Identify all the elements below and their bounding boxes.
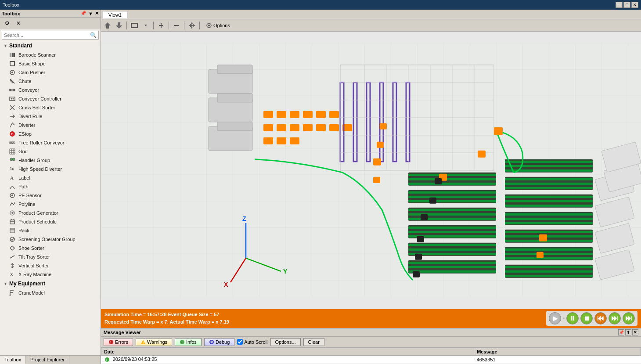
svg-text:i: i: [106, 358, 107, 362]
svg-rect-101: [505, 161, 593, 163]
close-button[interactable]: ✕: [631, 2, 638, 8]
view-tab-view1[interactable]: View1: [103, 11, 127, 18]
toolbox-scroll: Standard Barcode Scanner Basic Shape Cam…: [0, 41, 101, 355]
toolbox-item-cam-pusher[interactable]: Cam Pusher: [0, 68, 101, 77]
toolbar-btn-dropdown[interactable]: [141, 21, 151, 30]
toolbox-item-high-speed-diverter[interactable]: High Speed Diverter: [0, 165, 101, 173]
toolbox-menu-icon[interactable]: ▼: [88, 11, 93, 16]
toolbox-item-grid[interactable]: Grid: [0, 147, 101, 156]
svg-rect-41: [217, 122, 252, 131]
toolbox-icon-btn-1[interactable]: ⚙: [3, 19, 11, 28]
toolbar-btn-rectangle[interactable]: [130, 21, 139, 30]
svg-text:X: X: [10, 272, 13, 277]
toolbox-item-product-generator[interactable]: Product Generator: [0, 209, 101, 217]
search-input[interactable]: [4, 32, 90, 38]
toolbox-section-standard[interactable]: Standard: [0, 41, 101, 50]
toolbox-close-icon[interactable]: ✕: [95, 11, 99, 16]
auto-scroll-checkbox-label[interactable]: Auto Scroll: [237, 339, 267, 345]
errors-button[interactable]: ! Errors: [104, 338, 133, 346]
mv-ctrl-pin[interactable]: 📌: [618, 329, 624, 335]
sim-rewind-button[interactable]: ⏮: [594, 312, 607, 324]
toolbox-item-basic-shape[interactable]: Basic Shape: [0, 59, 101, 68]
toolbar-btn-2[interactable]: [114, 21, 124, 30]
toolbox-item-handler-group[interactable]: Handler Group: [0, 156, 101, 165]
minimize-button[interactable]: ─: [616, 2, 623, 8]
estop-icon: E: [9, 130, 16, 137]
svg-rect-85: [408, 209, 496, 211]
toolbox-item-rack[interactable]: Rack: [0, 226, 101, 235]
xray-machine-label: X-Ray Machine: [18, 272, 51, 277]
svg-rect-123: [505, 257, 593, 259]
sim-play-button[interactable]: ▶: [549, 312, 561, 324]
toolbox-item-conveyor[interactable]: Conveyor: [0, 86, 101, 94]
toolbox-item-cross-belt-sorter[interactable]: Cross Belt Sorter: [0, 103, 101, 112]
toolbox-item-estop[interactable]: E EStop: [0, 130, 101, 138]
vertical-sorter-label: Vertical Sorter: [18, 263, 49, 268]
tilt-tray-sorter-icon: [9, 253, 16, 260]
toolbox-item-diverter[interactable]: Diverter: [0, 121, 101, 130]
svg-rect-131: [373, 159, 381, 166]
cam-pusher-icon: [9, 69, 16, 76]
svg-rect-102: [505, 165, 593, 167]
options-button[interactable]: Options...: [270, 338, 301, 346]
toolbox-item-label[interactable]: A Label: [0, 173, 101, 182]
svg-rect-57: [290, 137, 299, 144]
vertical-sorter-icon: [9, 262, 16, 269]
toolbox-section-my-equipment[interactable]: My Equipment: [0, 279, 101, 288]
message-table: Date Message i 2020/09/23 04:53:25 46533…: [101, 348, 641, 364]
toolbar-btn-1[interactable]: [103, 21, 112, 30]
divert-rule-label: Divert Rule: [18, 114, 42, 119]
toolbox-item-screening-operator-group[interactable]: Screening Operator Group: [0, 235, 101, 244]
toolbox-item-crane-model[interactable]: CraneModel: [0, 288, 101, 297]
toolbox-item-polyline[interactable]: Polyline: [0, 200, 101, 209]
toolbox-item-xray-machine[interactable]: X X-Ray Machine: [0, 270, 101, 279]
svg-rect-50: [290, 124, 299, 131]
sim-back-button[interactable]: ⏭: [609, 312, 621, 324]
svg-rect-79: [408, 183, 496, 185]
sim-forward-button[interactable]: ⏭: [623, 312, 635, 324]
toolbar-btn-zoom-out[interactable]: [172, 21, 181, 30]
toolbox-item-vertical-sorter[interactable]: Vertical Sorter: [0, 261, 101, 270]
maximize-button[interactable]: □: [623, 2, 630, 8]
conveyor-icon: [9, 86, 16, 94]
toolbar-options-btn[interactable]: Options: [202, 22, 234, 29]
tab-toolbox[interactable]: Toolbox: [0, 356, 26, 364]
toolbox-item-shoe-sorter[interactable]: Shoe Sorter: [0, 244, 101, 252]
toolbox-pin-icon[interactable]: 📌: [80, 11, 86, 16]
debug-button[interactable]: Debug: [204, 338, 234, 346]
sim-stop-button[interactable]: ⏹: [580, 312, 593, 324]
label-item-label: Label: [18, 175, 30, 180]
search-icon[interactable]: 🔍: [90, 32, 97, 38]
basic-shape-label: Basic Shape: [18, 61, 46, 66]
simulation-status-bar: Simulation Time = 16:57:28 Event Queue S…: [101, 309, 641, 328]
mv-ctrl-close[interactable]: ✕: [632, 329, 638, 335]
toolbar-btn-crosshair[interactable]: [187, 21, 197, 30]
toolbox-item-tilt-tray-sorter[interactable]: Tilt Tray Sorter: [0, 252, 101, 261]
svg-rect-134: [373, 177, 380, 183]
warnings-button[interactable]: ! Warnings: [136, 338, 172, 346]
toolbox-item-product-schedule[interactable]: Product Schedule: [0, 217, 101, 226]
svg-rect-125: [505, 266, 593, 268]
svg-text:!: !: [110, 340, 112, 344]
high-speed-diverter-icon: [9, 166, 16, 173]
toolbox-item-free-roller-conveyor[interactable]: Free Roller Conveyor: [0, 138, 101, 147]
toolbox-item-barcode-scanner[interactable]: Barcode Scanner: [0, 50, 101, 59]
toolbox-item-conveyor-controller[interactable]: Conveyor Controller: [0, 94, 101, 103]
toolbox-item-pe-sensor[interactable]: PE Sensor: [0, 191, 101, 200]
toolbox-item-path[interactable]: Path: [0, 182, 101, 191]
toolbox-header-controls: 📌 ▼ ✕: [80, 11, 99, 16]
toolbox-item-divert-rule[interactable]: Divert Rule: [0, 112, 101, 121]
infos-button[interactable]: i Infos: [175, 338, 202, 346]
viewport[interactable]: Z Y X: [101, 32, 641, 309]
toolbox-item-chute[interactable]: Chute: [0, 77, 101, 86]
toolbar-btn-zoom-in[interactable]: [156, 21, 166, 30]
tilt-tray-sorter-label: Tilt Tray Sorter: [18, 254, 50, 259]
toolbox-icon-btn-2[interactable]: ✕: [14, 19, 23, 28]
tab-project-explorer[interactable]: Project Explorer: [26, 356, 69, 364]
mv-ctrl-float[interactable]: ⬆: [625, 329, 631, 335]
grid-icon: [9, 148, 16, 155]
clear-button[interactable]: Clear: [303, 338, 324, 346]
auto-scroll-checkbox[interactable]: [237, 339, 243, 345]
sim-pause-button[interactable]: ⏸: [566, 312, 579, 324]
free-roller-conveyor-label: Free Roller Conveyor: [18, 140, 65, 145]
